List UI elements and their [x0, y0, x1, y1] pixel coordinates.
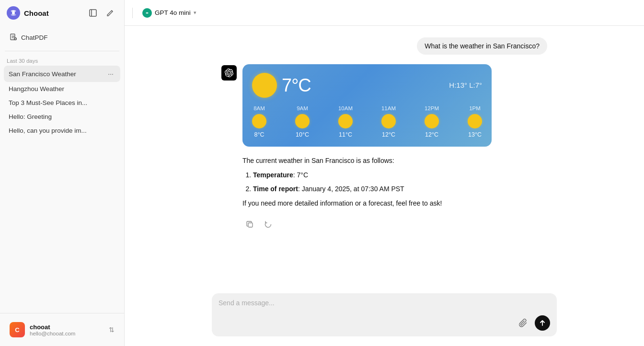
- hour-sun-icon: [381, 114, 396, 128]
- svg-rect-7: [248, 223, 253, 227]
- vertical-divider: [132, 8, 133, 18]
- ai-actions: [242, 218, 547, 232]
- history-item-label: Hangzhou Weather: [9, 85, 115, 92]
- weather-hour-12pm: 12PM 12°C: [425, 105, 439, 138]
- avatar: C: [10, 322, 25, 337]
- send-button[interactable]: [535, 315, 550, 331]
- user-email: hello@chooat.com: [30, 331, 104, 336]
- refresh-button[interactable]: [261, 218, 275, 232]
- user-details: chooat hello@chooat.com: [30, 323, 104, 336]
- message-input[interactable]: [218, 299, 550, 311]
- hour-temp: 12°C: [425, 131, 438, 138]
- sidebar-footer: C chooat hello@chooat.com ⇅: [0, 313, 124, 346]
- sidebar-header: Chooat: [0, 0, 124, 26]
- ai-outro: If you need more detailed information or…: [242, 198, 547, 208]
- hour-temp: 12°C: [382, 131, 395, 138]
- input-area: [125, 288, 644, 346]
- hour-sun-icon: [425, 114, 439, 128]
- new-chat-button[interactable]: [103, 6, 117, 20]
- hour-label: 11AM: [381, 105, 396, 111]
- user-message: What is the weather in San Francisco?: [417, 37, 547, 55]
- sidebar-nav: ChatPDF: [0, 26, 124, 49]
- chevron-updown-icon: ⇅: [109, 326, 115, 334]
- chatpdf-label: ChatPDF: [21, 34, 48, 41]
- weather-hour-8am: 8AM 8°C: [252, 105, 266, 138]
- hour-sun-icon: [295, 114, 310, 128]
- input-bottom: [218, 315, 550, 331]
- hour-temp: 13°C: [468, 131, 482, 138]
- weather-hourly: 8AM 8°C 9AM 10°C 10AM 11°C 11AM 12°C 12P…: [252, 105, 482, 138]
- history-item-hz-weather[interactable]: Hangzhou Weather: [4, 82, 120, 96]
- hour-temp: 11°C: [339, 131, 352, 138]
- sidebar-actions: [86, 6, 117, 20]
- model-selector-button[interactable]: GPT 4o mini ▾: [138, 6, 200, 20]
- ai-list-item: Time of report: January 4, 2025, at 07:3…: [253, 184, 547, 194]
- history-item-hello-greeting[interactable]: Hello: Greeting: [4, 110, 120, 124]
- model-icon: [142, 8, 152, 18]
- weather-temp: 7°C: [282, 75, 311, 96]
- history-item-label: Top 3 Must-See Places in...: [9, 99, 115, 106]
- main-header: GPT 4o mini ▾: [125, 0, 644, 26]
- hour-temp: 10°C: [296, 131, 309, 138]
- hour-sun-icon: [468, 114, 482, 128]
- weather-hour-10am: 10AM 11°C: [338, 105, 353, 138]
- weather-hour-11am: 11AM 12°C: [381, 105, 396, 138]
- weather-hour-9am: 9AM 10°C: [295, 105, 310, 138]
- chevron-down-icon: ▾: [194, 10, 196, 16]
- logo-icon: [7, 6, 20, 20]
- weather-hl: H:13° L:7°: [449, 81, 482, 90]
- model-name-label: GPT 4o mini: [155, 9, 191, 16]
- chat-inner: What is the weather in San Francisco?: [212, 37, 557, 232]
- hour-label: 10AM: [338, 105, 353, 111]
- history-item-menu-button[interactable]: ···: [106, 69, 115, 79]
- ai-text: The current weather in San Francisco is …: [242, 152, 547, 212]
- user-message-wrap: What is the weather in San Francisco?: [221, 37, 547, 55]
- main-panel: GPT 4o mini ▾ What is the weather in San…: [125, 0, 644, 346]
- history-item-label: Hello, can you provide im...: [9, 127, 115, 134]
- sidebar: Chooat Ch: [0, 0, 125, 346]
- history-item-hello-provide[interactable]: Hello, can you provide im...: [4, 124, 120, 138]
- attach-button[interactable]: [516, 315, 531, 331]
- history-item-top3-places[interactable]: Top 3 Must-See Places in...: [4, 96, 120, 110]
- chat-area: What is the weather in San Francisco?: [125, 26, 644, 288]
- svg-rect-2: [90, 10, 96, 16]
- hour-label: 9AM: [297, 105, 308, 111]
- sidebar-divider: [5, 51, 119, 51]
- hour-label: 8AM: [253, 105, 265, 111]
- user-info[interactable]: C chooat hello@chooat.com ⇅: [6, 319, 118, 340]
- hour-temp: 8°C: [254, 131, 264, 138]
- ai-list: Temperature: 7°CTime of report: January …: [242, 170, 547, 194]
- hour-label: 12PM: [425, 105, 439, 111]
- sidebar-title: Chooat: [24, 9, 49, 17]
- chatpdf-icon: [10, 34, 17, 41]
- user-name: chooat: [30, 323, 104, 331]
- input-container: [212, 293, 557, 336]
- weather-hour-1pm: 1PM 13°C: [468, 105, 482, 138]
- weather-card: 7°C H:13° L:7° 8AM 8°C 9AM 10°C 10AM 11°…: [242, 64, 492, 147]
- history-item-sf-weather[interactable]: San Francisco Weather ···: [4, 66, 120, 82]
- openai-logo-icon: [225, 69, 233, 77]
- history-item-label: San Francisco Weather: [9, 70, 106, 78]
- hour-sun-icon: [338, 114, 353, 128]
- ai-message-wrap: 7°C H:13° L:7° 8AM 8°C 9AM 10°C 10AM 11°…: [221, 64, 547, 232]
- weather-top: 7°C H:13° L:7°: [252, 73, 482, 98]
- history-list: San Francisco Weather ··· Hangzhou Weath…: [0, 66, 124, 313]
- ai-list-item: Temperature: 7°C: [253, 170, 547, 180]
- sidebar-toggle-button[interactable]: [86, 6, 100, 20]
- history-item-label: Hello: Greeting: [9, 113, 115, 120]
- hour-sun-icon: [252, 114, 266, 128]
- weather-current: 7°C: [252, 73, 311, 98]
- copy-button[interactable]: [242, 218, 257, 232]
- sidebar-item-chatpdf[interactable]: ChatPDF: [5, 30, 119, 45]
- svg-point-1: [12, 12, 15, 14]
- ai-intro: The current weather in San Francisco is …: [242, 155, 547, 166]
- history-section-label: Last 30 days: [0, 53, 124, 66]
- weather-high-low: H:13° L:7°: [449, 81, 482, 89]
- ai-content: 7°C H:13° L:7° 8AM 8°C 9AM 10°C 10AM 11°…: [242, 64, 547, 232]
- sidebar-logo: Chooat: [7, 6, 49, 20]
- sun-icon: [252, 73, 277, 98]
- ai-avatar: [221, 65, 237, 81]
- hour-label: 1PM: [469, 105, 481, 111]
